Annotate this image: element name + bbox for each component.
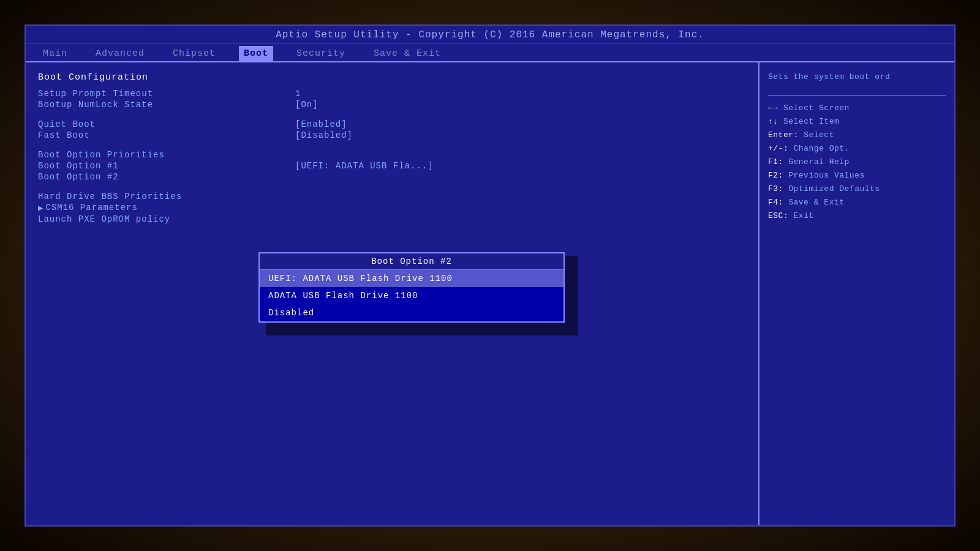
key-f1-label: F1: [768, 157, 783, 167]
right-panel: Sets the system boot ord ←→ Select Scree… [758, 62, 954, 525]
key-change-opt: +/-: Change Opt. [768, 144, 946, 153]
dropdown-item-uefi-adata[interactable]: UEFI: ADATA USB Flash Drive 1100 [260, 270, 564, 287]
key-f1-desc: General Help [788, 157, 850, 167]
nav-main[interactable]: Main [38, 46, 72, 61]
key-esc-label: ESC: [768, 211, 788, 220]
dropdown-item-adata[interactable]: ADATA USB Flash Drive 1100 [260, 287, 564, 304]
dropdown-title: Boot Option #2 [260, 253, 564, 270]
key-f1: F1: General Help [768, 157, 946, 167]
key-f2-label: F2: [768, 171, 783, 180]
label-boot-option-1: Boot Option #1 [38, 161, 295, 171]
key-enter-label: Select [804, 130, 834, 140]
key-f4-desc: Save & Exit [788, 198, 844, 207]
row-fast-boot[interactable]: Fast Boot [Disabled] [38, 130, 746, 140]
row-hdd-bbs-priorities[interactable]: Hard Drive BBS Priorities [38, 192, 746, 201]
value-setup-prompt-timeout: 1 [295, 89, 301, 99]
outer-frame: Aptio Setup Utility - Copyright (C) 2016… [0, 0, 980, 551]
help-text: Sets the system boot ord [768, 71, 946, 83]
spacer-2 [38, 141, 746, 150]
key-f2: F2: Previous Values [768, 171, 946, 180]
row-quiet-boot[interactable]: Quiet Boot [Enabled] [38, 119, 746, 129]
nav-save-exit[interactable]: Save & Exit [369, 46, 446, 61]
key-enter: Enter: [768, 130, 799, 140]
dropdown-modal: Boot Option #2 UEFI: ADATA USB Flash Dri… [258, 252, 565, 323]
label-csm16-parameters: CSM16 Parameters [45, 203, 298, 213]
key-arrows-lr: ←→ [768, 103, 778, 113]
value-quiet-boot: [Enabled] [295, 119, 347, 129]
arrow-icon: ▶ [38, 203, 43, 213]
nav-boot[interactable]: Boot [239, 46, 273, 61]
key-select-item: ↑↓ Select Item [768, 117, 946, 126]
title-text: Aptio Setup Utility - Copyright (C) 2016… [276, 29, 704, 40]
key-select-item-label: Select Item [783, 117, 839, 126]
row-boot-option-priorities: Boot Option Priorities [38, 150, 746, 160]
title-bar: Aptio Setup Utility - Copyright (C) 2016… [26, 26, 954, 43]
key-plus-minus: +/-: [768, 144, 788, 153]
key-change-opt-label: Change Opt. [794, 144, 850, 153]
spacer-1 [38, 111, 746, 119]
key-f4: F4: Save & Exit [768, 198, 946, 207]
left-panel: Boot Configuration Setup Prompt Timeout … [26, 62, 758, 525]
key-f4-label: F4: [768, 198, 783, 207]
nav-chipset[interactable]: Chipset [168, 46, 221, 61]
key-f3-desc: Optimized Defaults [788, 184, 880, 193]
dropdown-item-disabled[interactable]: Disabled [260, 304, 564, 321]
key-select-screen-label: Select Screen [783, 103, 850, 113]
key-select-screen: ←→ Select Screen [768, 103, 946, 113]
label-fast-boot: Fast Boot [38, 130, 295, 140]
row-setup-prompt-timeout[interactable]: Setup Prompt Timeout 1 [38, 89, 746, 99]
row-csm16-parameters[interactable]: ▶ CSM16 Parameters [38, 203, 746, 213]
nav-advanced[interactable]: Advanced [91, 46, 149, 61]
key-f3-label: F3: [768, 184, 783, 193]
section-title: Boot Configuration [38, 72, 746, 83]
row-numlock-state[interactable]: Bootup NumLock State [On] [38, 100, 746, 110]
label-quiet-boot: Quiet Boot [38, 119, 295, 129]
label-setup-prompt-timeout: Setup Prompt Timeout [38, 89, 295, 99]
key-f3: F3: Optimized Defaults [768, 184, 946, 193]
label-launch-pxe-oprom: Launch PXE OpROM policy [38, 214, 295, 224]
label-hdd-bbs-priorities: Hard Drive BBS Priorities [38, 192, 295, 201]
divider [768, 96, 946, 96]
key-esc-desc: Exit [794, 211, 814, 220]
spacer-3 [38, 183, 746, 192]
bios-screen: Aptio Setup Utility - Copyright (C) 2016… [24, 24, 956, 527]
key-arrows-ud: ↑↓ [768, 117, 778, 126]
row-boot-option-2[interactable]: Boot Option #2 [38, 172, 746, 182]
key-esc: ESC: Exit [768, 211, 946, 220]
value-fast-boot: [Disabled] [295, 130, 353, 140]
label-boot-option-2: Boot Option #2 [38, 172, 295, 182]
row-boot-option-1[interactable]: Boot Option #1 [UEFI: ADATA USB Fla...] [38, 161, 746, 171]
main-content: Boot Configuration Setup Prompt Timeout … [26, 62, 954, 525]
value-numlock-state: [On] [295, 100, 318, 110]
value-boot-option-1: [UEFI: ADATA USB Fla...] [295, 161, 434, 171]
key-enter-select: Enter: Select [768, 130, 946, 140]
key-f2-desc: Previous Values [788, 171, 865, 180]
row-launch-pxe-oprom[interactable]: Launch PXE OpROM policy [38, 214, 746, 224]
nav-bar: Main Advanced Chipset Boot Security Save… [26, 43, 954, 62]
label-boot-option-priorities: Boot Option Priorities [38, 150, 295, 160]
label-numlock-state: Bootup NumLock State [38, 100, 295, 110]
nav-security[interactable]: Security [292, 46, 350, 61]
